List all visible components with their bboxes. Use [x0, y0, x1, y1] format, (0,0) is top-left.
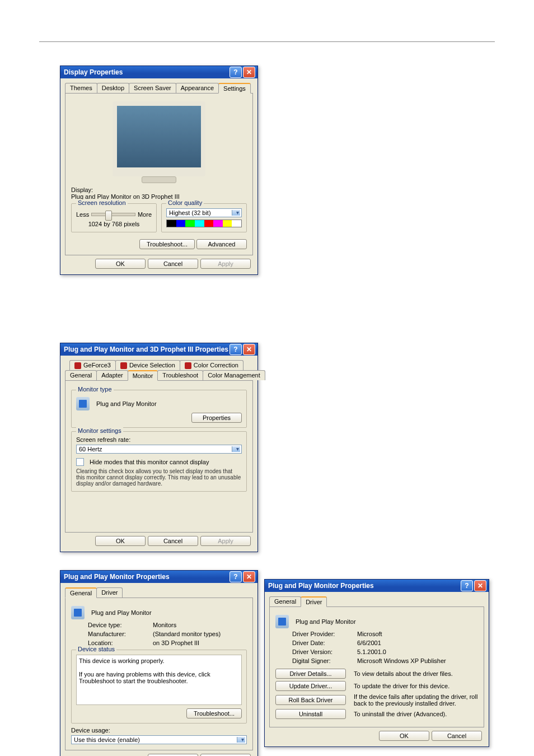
close-icon[interactable]: ✕	[243, 571, 255, 582]
monitor-icon	[275, 615, 289, 628]
tab-troubleshoot[interactable]: Troubleshoot	[157, 370, 203, 380]
tab-screensaver[interactable]: Screen Saver	[129, 83, 176, 93]
advanced-properties-dialog: Plug and Play Monitor and 3D Prophet III…	[60, 343, 258, 552]
resolution-fieldset: Screen resolution Less More 1024 by 768 …	[71, 203, 157, 232]
title-text: Plug and Play Monitor and 3D Prophet III…	[64, 346, 228, 353]
help-icon[interactable]: ?	[229, 67, 242, 78]
titlebar[interactable]: Plug and Play Monitor Properties ? ✕	[265, 580, 489, 592]
refresh-rate-select[interactable]: 60 Hertz	[76, 445, 242, 454]
tab-device-selection[interactable]: Device Selection	[115, 360, 180, 370]
color-quality-legend: Color quality	[166, 199, 204, 206]
close-icon[interactable]: ✕	[474, 580, 486, 591]
apply-button[interactable]: Apply	[200, 259, 251, 269]
update-driver-button[interactable]: Update Driver...	[275, 681, 346, 691]
tab-geforce3[interactable]: GeForce3	[69, 360, 116, 370]
driver-date-label: Driver Date:	[292, 640, 354, 646]
cancel-button[interactable]: Cancel	[148, 536, 198, 546]
titlebar[interactable]: Plug and Play Monitor Properties ? ✕	[60, 571, 257, 583]
manufacturer-label: Manufacturer:	[88, 631, 149, 637]
troubleshoot-button[interactable]: Troubleshoot...	[186, 708, 242, 718]
tabbar: General Driver	[269, 596, 484, 607]
properties-button[interactable]: Properties	[191, 413, 242, 423]
digital-signer-label: Digital Signer:	[292, 657, 354, 664]
tabbar: Themes Desktop Screen Saver Appearance S…	[65, 83, 253, 94]
tab-driver[interactable]: Driver	[301, 596, 327, 607]
settings-panel: Display: Plug and Play Monitor on 3D Pro…	[65, 94, 253, 255]
device-status-fieldset: Device status This device is working pro…	[71, 650, 247, 724]
help-icon[interactable]: ?	[229, 571, 242, 582]
hide-modes-checkbox[interactable]	[76, 458, 84, 466]
driver-details-desc: To view details about the driver files.	[354, 670, 478, 677]
titlebar[interactable]: Display Properties ? ✕	[60, 66, 257, 78]
monitor-panel: Monitor type Plug and Play Monitor Prope…	[65, 381, 253, 533]
device-usage-select[interactable]: Use this device (enable)	[71, 735, 247, 744]
device-usage-value: Use this device (enable)	[74, 736, 140, 743]
monitor-type-legend: Monitor type	[76, 386, 114, 393]
device-type-value: Monitors	[153, 622, 176, 628]
help-icon[interactable]: ?	[229, 344, 242, 355]
hide-modes-desc: Clearing this check box allows you to se…	[76, 468, 242, 487]
troubleshoot-button[interactable]: Troubleshoot...	[139, 239, 195, 249]
close-icon[interactable]: ✕	[243, 67, 255, 78]
ok-button[interactable]: OK	[95, 259, 146, 269]
title-text: Plug and Play Monitor Properties	[64, 573, 228, 581]
tabbar: General Driver	[65, 587, 253, 598]
tab-general[interactable]: General	[65, 370, 97, 380]
monitor-props-driver-dialog: Plug and Play Monitor Properties ? ✕ Gen…	[264, 579, 489, 747]
driver-date-value: 6/6/2001	[357, 640, 381, 646]
driver-details-button[interactable]: Driver Details...	[275, 669, 346, 679]
color-quality-select[interactable]: Highest (32 bit)	[166, 208, 242, 217]
driver-version-label: Driver Version:	[292, 648, 354, 655]
general-panel: Plug and Play Monitor Device type:Monito…	[65, 598, 253, 750]
tab-themes[interactable]: Themes	[65, 83, 97, 93]
titlebar[interactable]: Plug and Play Monitor and 3D Prophet III…	[60, 343, 257, 356]
tab-settings[interactable]: Settings	[218, 83, 251, 94]
nvidia-icon	[74, 362, 81, 369]
color-swatch	[166, 220, 242, 227]
device-status-text[interactable]: This device is working properly. If you …	[76, 655, 242, 705]
driver-provider-value: Microsoft	[357, 631, 382, 637]
device-usage-label: Device usage:	[71, 727, 247, 734]
ok-button[interactable]: OK	[148, 754, 198, 756]
driver-panel: Plug and Play Monitor Driver Provider:Mi…	[269, 607, 484, 727]
manufacturer-value: (Standard monitor types)	[153, 631, 221, 637]
rollback-driver-button[interactable]: Roll Back Driver	[275, 695, 346, 705]
help-icon[interactable]: ?	[461, 580, 473, 591]
driver-version-value: 5.1.2001.0	[357, 648, 386, 655]
device-status-legend: Device status	[76, 646, 116, 652]
tab-appearance[interactable]: Appearance	[176, 83, 219, 93]
tabbar: GeForce3 Device Selection Color Correcti…	[65, 360, 253, 381]
location-value: on 3D Prophet III	[153, 640, 199, 646]
uninstall-button[interactable]: Uninstall	[275, 709, 346, 719]
monitor-preview	[113, 101, 205, 176]
monitor-name: Plug and Play Monitor	[96, 400, 157, 407]
nvidia-icon	[120, 362, 127, 369]
tab-color-management[interactable]: Color Management	[203, 370, 265, 380]
refresh-rate-value: 60 Hertz	[79, 446, 102, 452]
tab-general[interactable]: General	[65, 587, 97, 598]
resolution-slider[interactable]	[91, 213, 135, 216]
uninstall-desc: To uninstall the driver (Advanced).	[354, 711, 478, 717]
display-properties-dialog: Display Properties ? ✕ Themes Desktop Sc…	[60, 66, 258, 275]
device-name: Plug and Play Monitor	[296, 618, 356, 625]
tab-driver[interactable]: Driver	[96, 587, 123, 598]
tab-general[interactable]: General	[269, 596, 301, 606]
cancel-button[interactable]: Cancel	[200, 754, 251, 756]
tab-color-correction[interactable]: Color Correction	[180, 360, 243, 370]
monitor-props-general-dialog: Plug and Play Monitor Properties ? ✕ Gen…	[60, 570, 258, 756]
cancel-button[interactable]: Cancel	[148, 259, 198, 269]
ok-button[interactable]: OK	[95, 536, 146, 546]
driver-provider-label: Driver Provider:	[292, 631, 354, 637]
advanced-button[interactable]: Advanced	[196, 239, 247, 249]
apply-button[interactable]: Apply	[200, 536, 251, 546]
cancel-button[interactable]: Cancel	[432, 731, 482, 741]
rollback-driver-desc: If the device fails after updating the d…	[354, 693, 478, 707]
tab-monitor[interactable]: Monitor	[128, 370, 158, 381]
tab-adapter[interactable]: Adapter	[96, 370, 128, 380]
ok-button[interactable]: OK	[379, 731, 429, 741]
close-icon[interactable]: ✕	[243, 344, 255, 355]
hide-modes-label: Hide modes that this monitor cannot disp…	[90, 459, 209, 465]
tab-desktop[interactable]: Desktop	[97, 83, 129, 93]
display-label: Display:	[71, 186, 247, 193]
monitor-icon	[76, 397, 90, 410]
